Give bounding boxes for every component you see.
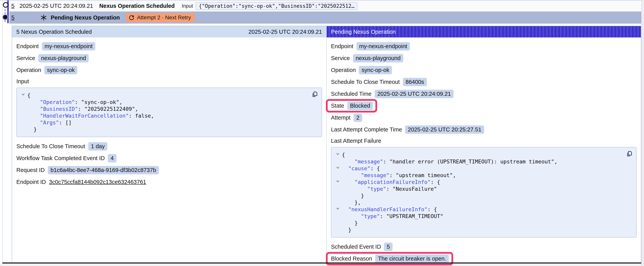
retry-attempt-badge[interactable]: Attempt 2 · Next Retry	[126, 13, 194, 22]
scrollbar-gutter[interactable]	[641, 0, 644, 266]
failure-json-viewer: { "message": "handler error (UPSTREAM_TI…	[331, 147, 636, 237]
event-id-link[interactable]: 5	[11, 3, 14, 9]
state-value-badge: Blocked	[347, 102, 373, 110]
event-input-label: Input	[182, 3, 193, 9]
event-row-pending-selected[interactable]: 5 Pending Nexus Operation Attempt 2 · Ne…	[9, 12, 641, 24]
field-value-badge: 4	[108, 154, 116, 162]
field-scheduled-time: Scheduled Time 2025-02-25 UTC 20:24:09.2…	[331, 89, 636, 98]
event-detail-card: 5 Nexus Operation Scheduled 2025-02-25 U…	[12, 26, 641, 262]
field-endpoint: Endpoint my-nexus-endpoint	[331, 42, 636, 51]
json-line: "applicationFailureInfo": {	[334, 179, 632, 185]
last-attempt-failure-label: Last Attempt Failure	[331, 137, 636, 145]
endpoint-id-link[interactable]: 3c0c75ccfa8144b092c13ce632463761	[49, 179, 146, 185]
collapse-chevron-icon[interactable]	[19, 92, 27, 96]
collapse-chevron-icon[interactable]	[334, 165, 342, 169]
collapse-chevron-icon[interactable]	[334, 179, 342, 183]
field-blocked-reason: Blocked Reason The circuit breaker is op…	[331, 254, 636, 263]
collapse-chevron-icon[interactable]	[334, 206, 342, 210]
json-line: "BusinessID": "20250225122409",	[19, 106, 317, 112]
gutter-spacer	[19, 126, 27, 127]
scheduled-panel-time: 2025-02-25 UTC 20:24:09.21	[248, 29, 322, 35]
json-line: "message": "handler error (UPSTREAM_TIME…	[334, 158, 632, 165]
gutter-spacer	[334, 172, 342, 173]
json-line: "message": "upstream timeout",	[334, 172, 632, 179]
field-endpoint: Endpoint my-nexus-endpoint	[16, 42, 322, 51]
json-line: "HandlerWaitForCancellation": false,	[19, 112, 317, 119]
retry-icon	[128, 15, 135, 21]
event-title: Nexus Operation Scheduled	[99, 3, 175, 9]
input-section-label: Input	[16, 77, 322, 85]
event-row-scheduled[interactable]: 5 2025-02-25 UTC 20:24:09.21 Nexus Opera…	[9, 1, 641, 12]
event-id-link[interactable]: 5	[11, 15, 14, 21]
field-attempt: Attempt 2	[331, 113, 636, 122]
field-request-id: Request ID b1c6a4bc-8ee7-468a-9169-df3b0…	[16, 166, 322, 174]
event-title: Pending Nexus Operation	[51, 15, 120, 21]
json-line: }	[19, 126, 317, 133]
field-endpoint-id: Endpoint ID 3c0c75ccfa8144b092c13ce63246…	[16, 177, 322, 186]
field-value-badge: 2025-02-25 UTC 20:24:09.21	[375, 90, 454, 98]
retry-badge-label: Attempt 2 · Next Retry	[137, 15, 191, 21]
field-value-badge: my-nexus-endpoint	[42, 42, 96, 51]
json-line: "Args": []	[19, 119, 317, 126]
scheduled-panel-title: 5 Nexus Operation Scheduled	[16, 29, 92, 35]
gutter-spacer	[334, 213, 342, 214]
field-value-badge: b1c6a4bc-8ee7-468a-9169-df3b02c8737b	[48, 166, 159, 174]
copy-icon[interactable]	[311, 91, 318, 98]
pending-operation-panel: Pending Nexus Operation Endpoint my-nexu…	[327, 26, 641, 262]
pending-panel-header: Pending Nexus Operation	[327, 26, 641, 38]
scheduled-event-panel: 5 Nexus Operation Scheduled 2025-02-25 U…	[12, 26, 326, 262]
scheduled-panel-header: 5 Nexus Operation Scheduled 2025-02-25 U…	[12, 26, 326, 38]
field-value-badge: nexus-playground	[353, 54, 404, 62]
field-value-badge: sync-op-ok	[359, 66, 392, 74]
json-line: {	[334, 151, 632, 158]
gutter-spacer	[19, 99, 27, 100]
json-line: "type": "NexusFailure"	[334, 185, 632, 192]
collapse-chevron-icon[interactable]	[334, 151, 342, 155]
history-left-border	[2, 1, 3, 264]
field-workflow-task-completed-event-id: Workflow Task Completed Event ID 4	[16, 154, 322, 163]
json-line: }	[334, 192, 632, 199]
field-value-badge: my-nexus-endpoint	[356, 42, 410, 51]
event-history-rows: 5 2025-02-25 UTC 20:24:09.21 Nexus Opera…	[0, 1, 641, 24]
state-annotation: State Blocked	[331, 102, 373, 110]
gutter-spacer	[334, 192, 342, 194]
field-schedule-to-close-timeout: Schedule To Close Timeout 86400s	[331, 77, 636, 86]
field-value-badge: nexus-playground	[38, 54, 89, 62]
field-value-badge: 1 day	[88, 142, 108, 151]
field-last-attempt-complete-time: Last Attempt Complete Time 2025-02-25 UT…	[331, 125, 636, 134]
json-line: {	[19, 92, 317, 99]
json-line: }	[334, 220, 632, 226]
field-value-badge: 5	[384, 242, 392, 251]
json-line: "nexusHandlerFailureInfo": {	[334, 206, 632, 213]
field-value-badge: sync-op-ok	[44, 66, 78, 74]
field-operation: Operation sync-op-ok	[16, 66, 322, 75]
json-line: "type": "UPSTREAM_TIMEOUT"	[334, 213, 632, 220]
field-service: Service nexus-playground	[331, 54, 636, 63]
gutter-spacer	[19, 112, 27, 114]
copy-icon[interactable]	[626, 150, 633, 158]
blocked-reason-value-badge: The circuit breaker is open.	[375, 254, 449, 263]
gutter-spacer	[19, 106, 27, 107]
field-value-badge: 2025-02-25 UTC 20:25:27.51	[405, 125, 484, 134]
field-operation: Operation sync-op-ok	[331, 66, 636, 75]
field-schedule-to-close-timeout: Schedule To Close Timeout 1 day	[16, 142, 322, 151]
json-line: }	[334, 226, 632, 233]
json-line: },	[334, 199, 632, 206]
event-input-preview-badge[interactable]: {"Operation":"sync-op-ok","BusinessID":"…	[196, 2, 358, 10]
event-time: 2025-02-25 UTC 20:24:09.21	[20, 3, 93, 9]
gutter-spacer	[334, 158, 342, 159]
gutter-spacer	[334, 199, 342, 200]
gutter-spacer	[334, 185, 342, 187]
field-value-badge: 86400s	[403, 78, 427, 86]
pending-panel-title: Pending Nexus Operation	[331, 29, 396, 35]
gutter-spacer	[334, 226, 342, 228]
card-bottom-border	[2, 262, 641, 263]
pending-asterisk-icon	[40, 14, 47, 21]
json-line: "cause": {	[334, 165, 632, 172]
field-value-badge: 2	[354, 114, 362, 122]
field-service: Service nexus-playground	[16, 54, 322, 63]
below-card-area	[0, 263, 641, 266]
field-scheduled-event-id: Scheduled Event ID 5	[331, 242, 636, 251]
json-line: "Operation": "sync-op-ok",	[19, 99, 317, 106]
field-state: State Blocked	[331, 101, 636, 110]
